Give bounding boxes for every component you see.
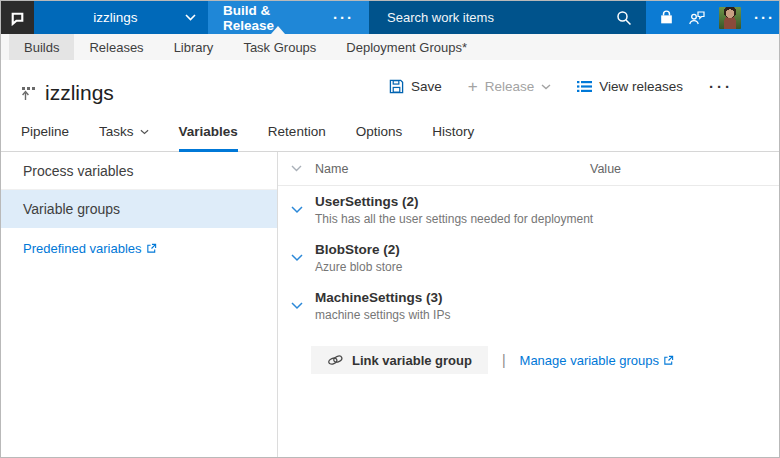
hub-navigation: Builds Releases Library Task Groups Depl… — [1, 34, 779, 60]
link-variable-group-label: Link variable group — [352, 353, 472, 368]
build-definition-icon — [21, 85, 37, 102]
release-label: Release — [485, 79, 535, 94]
top-more-menu[interactable]: ··· — [754, 10, 775, 25]
hub-nav-task-groups[interactable]: Task Groups — [228, 34, 331, 60]
hub-nav-deployment-groups[interactable]: Deployment Groups* — [331, 34, 482, 60]
feedback-icon[interactable] — [688, 9, 706, 26]
sidebar-item-variable-groups[interactable]: Variable groups — [1, 190, 277, 228]
actions-separator: | — [502, 352, 506, 368]
tab-history[interactable]: History — [432, 124, 474, 152]
definition-header: izzlings Save + Release — [1, 60, 779, 110]
column-header-name: Name — [315, 162, 590, 176]
hub-more-menu[interactable]: ··· — [333, 10, 354, 25]
top-right-icons: ··· — [646, 1, 780, 34]
chevron-down-icon — [185, 14, 196, 21]
project-name: izzlings — [46, 10, 185, 25]
hub-label[interactable]: Build & Release — [223, 3, 317, 33]
link-variable-group-button[interactable]: Link variable group — [311, 346, 488, 374]
tab-variables[interactable]: Variables — [179, 124, 238, 152]
variable-group-description: Azure blob store — [315, 260, 779, 274]
predefined-variables-link[interactable]: Predefined variables — [1, 228, 157, 256]
chevron-down-icon — [140, 129, 149, 135]
link-icon — [327, 353, 344, 367]
list-icon — [577, 80, 592, 93]
tab-tasks[interactable]: Tasks — [99, 124, 149, 152]
hub-build-release[interactable]: Build & Release ··· — [208, 1, 369, 34]
variable-group-description: machine settings with IPs — [315, 308, 779, 322]
variables-sidebar: Process variables Variable groups Predef… — [1, 152, 278, 457]
expand-chevron-icon[interactable] — [278, 254, 315, 262]
toolbar-more-menu[interactable]: ··· — [709, 79, 733, 94]
tab-pipeline[interactable]: Pipeline — [21, 124, 69, 152]
hub-nav-builds[interactable]: Builds — [9, 34, 74, 60]
plus-icon: + — [468, 78, 478, 95]
expand-chevron-icon[interactable] — [278, 302, 315, 310]
expand-chevron-icon[interactable] — [278, 206, 315, 214]
tab-retention[interactable]: Retention — [268, 124, 326, 152]
save-label: Save — [411, 79, 442, 94]
chevron-down-icon — [541, 84, 551, 90]
variable-group-name: UserSettings (2) — [315, 194, 779, 209]
variable-groups-table: Name Value UserSettings (2) This has all… — [278, 152, 779, 457]
definition-tabs: Pipeline Tasks Variables Retention Optio… — [1, 116, 779, 152]
save-icon — [389, 79, 404, 94]
top-bar: izzlings Build & Release ··· — [1, 1, 779, 34]
variable-group-name: BlobStore (2) — [315, 242, 779, 257]
table-header-row: Name Value — [278, 152, 779, 186]
toolbar: Save + Release View releases — [389, 78, 733, 95]
external-link-icon — [146, 243, 157, 254]
save-button[interactable]: Save — [389, 79, 442, 94]
hub-nav-library[interactable]: Library — [159, 34, 229, 60]
release-button[interactable]: + Release — [468, 78, 551, 95]
table-actions: Link variable group | Manage variable gr… — [311, 346, 779, 374]
table-row[interactable]: BlobStore (2) Azure blob store — [278, 234, 779, 282]
table-row[interactable]: MachineSettings (3) machine settings wit… — [278, 282, 779, 330]
column-header-value: Value — [590, 162, 779, 176]
active-hub-caret — [271, 26, 285, 34]
table-row[interactable]: UserSettings (2) This has all the user s… — [278, 186, 779, 234]
page-title: izzlings — [45, 81, 114, 105]
collapse-all-chevron-icon[interactable] — [278, 165, 315, 172]
view-releases-button[interactable]: View releases — [577, 79, 683, 94]
external-link-icon — [663, 355, 674, 366]
vsts-logo[interactable] — [1, 1, 34, 34]
user-avatar[interactable] — [719, 7, 741, 29]
project-selector[interactable]: izzlings — [34, 1, 208, 34]
sidebar-item-process-variables[interactable]: Process variables — [1, 152, 277, 190]
predefined-variables-label: Predefined variables — [23, 241, 142, 256]
search-icon[interactable] — [616, 10, 632, 26]
tab-tasks-label: Tasks — [99, 124, 134, 139]
search-input[interactable] — [387, 10, 616, 25]
manage-variable-groups-label: Manage variable groups — [520, 353, 659, 368]
hub-nav-releases[interactable]: Releases — [74, 34, 158, 60]
app-window: izzlings Build & Release ··· — [0, 0, 780, 458]
marketplace-bag-icon[interactable] — [658, 9, 675, 26]
manage-variable-groups-link[interactable]: Manage variable groups — [520, 353, 674, 368]
variable-group-description: This has all the user settings needed fo… — [315, 212, 779, 226]
view-releases-label: View releases — [599, 79, 683, 94]
tab-options[interactable]: Options — [356, 124, 403, 152]
vsts-logo-icon — [9, 9, 26, 26]
variable-group-name: MachineSettings (3) — [315, 290, 779, 305]
search-box[interactable] — [369, 1, 646, 34]
main-content: Process variables Variable groups Predef… — [1, 152, 779, 457]
